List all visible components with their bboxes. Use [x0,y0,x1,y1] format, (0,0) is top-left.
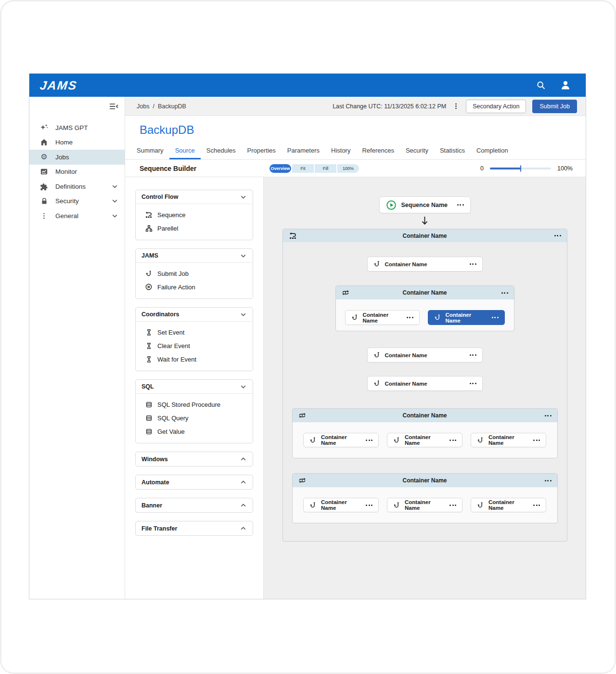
palette-item-submit-job[interactable]: Submit Job [136,267,253,280]
palette-section-header[interactable]: Windows [136,452,253,466]
collapse-sidebar-icon[interactable] [109,103,118,110]
puzzle-icon [39,182,49,191]
sidebar-item-definitions[interactable]: Definitions [29,179,125,194]
palette-item-parellel[interactable]: Parellel [136,221,253,235]
palette-item-wait-for-event[interactable]: Wait for Event [136,352,253,366]
container-parallel-1[interactable]: Container Name Container Name [292,408,558,458]
view-mode-overview[interactable]: Overview [270,164,291,173]
palette-section-banner: Banner [135,498,253,513]
container-node[interactable]: Container Name [303,498,379,512]
view-mode-fill[interactable]: Fill [315,164,336,173]
tab-parameters[interactable]: Parameters [282,143,325,159]
sidebar-item-label: Security [55,197,79,205]
kebab-icon[interactable] [545,480,552,481]
container-header[interactable]: Container Name [293,409,557,422]
sequence-root-node[interactable]: Sequence Name [379,196,471,213]
container-node[interactable]: Container Name [387,498,462,512]
kebab-icon[interactable] [470,354,476,356]
tab-security[interactable]: Security [400,143,434,159]
container-node[interactable]: Container Name [367,376,483,391]
sidebar-item-home[interactable]: Home [29,135,125,150]
tab-schedules[interactable]: Schedules [201,143,242,159]
kebab-icon[interactable] [457,204,464,206]
palette-section-header[interactable]: JAMS [136,249,253,263]
search-icon[interactable] [536,80,546,91]
palette-item-sql-query[interactable]: SQL Query [136,411,253,425]
palette-section-header[interactable]: Automate [136,475,253,489]
palette-section-header[interactable]: Coordinators [136,308,253,322]
palette-item-sql-stored-procedure[interactable]: SQL Stored Procedure [136,398,253,411]
view-mode-fit[interactable]: Fit [292,164,314,173]
palette-section-label: SQL [141,383,154,390]
container-node[interactable]: Container Name [367,348,483,363]
secondary-action-button[interactable]: Secondary Action [466,100,526,113]
tab-references[interactable]: References [356,143,399,159]
sidebar-item-security[interactable]: Security [29,194,125,209]
zoom-slider-thumb[interactable] [520,165,521,171]
breadcrumb-section[interactable]: Jobs [137,103,149,110]
submit-job-button[interactable]: Submit Job [532,100,577,113]
palette-section-header[interactable]: SQL [136,380,253,394]
kebab-icon[interactable] [501,292,508,294]
palette-section-header[interactable]: File Transfer [136,521,253,535]
container-node[interactable]: Container Name [345,310,420,325]
kebab-icon[interactable] [366,440,372,441]
container-node[interactable]: Container Name [471,433,546,447]
container-parallel-2[interactable]: Container Name Container Name [292,473,558,523]
container-node[interactable]: Container Name [303,433,379,447]
palette-item-get-value[interactable]: Get Value [136,425,253,438]
sequence-canvas[interactable]: Sequence Name Container Name [264,177,586,599]
tab-completion[interactable]: Completion [471,143,514,159]
kebab-menu-icon[interactable] [452,103,460,110]
palette-item-label: Sequence [157,211,186,219]
container-nested[interactable]: Container Name Container Name [335,285,514,331]
kebab-icon[interactable] [470,263,476,265]
page-title: BackupDB [140,123,586,137]
sidebar-item-label: Home [55,139,73,146]
tab-history[interactable]: History [325,143,356,159]
container-node[interactable]: Container Name [367,257,483,272]
chevron-down-icon [111,183,118,190]
chevron-up-icon [240,502,247,509]
kebab-icon[interactable] [470,383,476,384]
kebab-icon[interactable] [554,235,561,236]
sidebar-item-monitor[interactable]: Monitor [29,165,125,180]
tab-summary[interactable]: Summary [131,143,169,159]
palette-item-set-event[interactable]: Set Event [136,325,253,339]
kebab-icon[interactable] [407,317,413,318]
palette-item-failure-action[interactable]: Failure Action [136,280,253,294]
palette-section-header[interactable]: Banner [136,498,253,512]
kebab-icon[interactable] [545,415,552,416]
sidebar-item-jams-gpt[interactable]: JAMS GPT [29,120,125,135]
tab-properties[interactable]: Properties [242,143,282,159]
zoom-min-label: 0 [480,165,484,172]
container-header[interactable]: Container Name [336,286,514,299]
palette-item-sequence[interactable]: Sequence [136,208,253,221]
container-node[interactable]: Container Name [471,498,546,512]
sidebar-item-jobs[interactable]: ⚙ Jobs [29,150,125,165]
kebab-icon[interactable] [492,317,499,318]
tab-statistics[interactable]: Statistics [434,143,471,159]
palette-item-clear-event[interactable]: Clear Event [136,339,253,352]
kebab-icon[interactable] [533,440,540,441]
tab-source[interactable]: Source [169,143,201,159]
container-header[interactable]: Container Name [283,229,567,242]
kebab-icon[interactable] [533,505,540,506]
container-header[interactable]: Container Name [293,474,557,487]
kebab-icon[interactable] [366,505,372,506]
tab-bar: Summary Source Schedules Properties Para… [125,143,586,160]
palette-section-file-transfer: File Transfer [135,521,253,536]
zoom-slider[interactable] [490,168,551,169]
kebab-icon[interactable] [449,505,456,506]
kebab-icon[interactable] [449,440,456,441]
container-node[interactable]: Container Name [387,433,462,447]
palette-section-header[interactable]: Control Flow [136,190,253,204]
view-mode-100[interactable]: 100% [337,164,359,173]
container-node-selected[interactable]: Container Name [428,310,505,325]
hook-icon [351,314,359,321]
user-account-icon[interactable] [560,79,571,91]
container-root[interactable]: Container Name Container Name Container … [282,229,567,542]
sidebar-item-general[interactable]: General [29,208,125,223]
sidebar-item-label: General [55,212,78,220]
palette-item-label: Submit Job [157,270,189,277]
